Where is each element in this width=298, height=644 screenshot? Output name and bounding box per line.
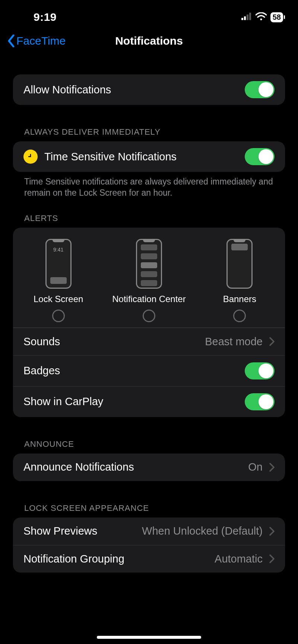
time-sensitive-label: Time Sensitive Notifications xyxy=(44,151,238,163)
alerts-preview: 9:41 Lock Screen Notification Center xyxy=(13,228,285,328)
section-header-announce: ANNOUNCE xyxy=(13,439,285,454)
status-time: 9:19 xyxy=(15,11,57,23)
time-sensitive-toggle[interactable] xyxy=(245,148,275,165)
alert-label-notification-center: Notification Center xyxy=(112,294,186,304)
svg-rect-3 xyxy=(249,13,251,20)
notification-center-mock-icon xyxy=(136,239,162,289)
svg-point-4 xyxy=(260,19,262,20)
back-label: FaceTime xyxy=(16,35,66,47)
radio-banners[interactable] xyxy=(233,310,246,322)
battery-indicator: 58 xyxy=(270,12,283,22)
clock-icon xyxy=(23,150,38,164)
badges-row[interactable]: Badges xyxy=(13,355,285,386)
show-previews-label: Show Previews xyxy=(23,525,135,537)
lockscreen-mock-icon: 9:41 xyxy=(45,239,72,289)
alert-label-lockscreen: Lock Screen xyxy=(34,294,83,304)
nav-bar: FaceTime Notifications xyxy=(0,26,298,56)
alert-tile-lockscreen[interactable]: 9:41 Lock Screen xyxy=(13,239,103,322)
carplay-row[interactable]: Show in CarPlay xyxy=(13,386,285,417)
alerts-card: 9:41 Lock Screen Notification Center xyxy=(13,228,285,417)
alert-tile-notification-center[interactable]: Notification Center xyxy=(104,239,194,322)
sounds-label: Sounds xyxy=(23,336,198,348)
chevron-right-icon xyxy=(269,337,275,346)
radio-notification-center[interactable] xyxy=(143,310,155,322)
time-sensitive-footer: Time Sensitive notifications are always … xyxy=(13,172,285,199)
carplay-label: Show in CarPlay xyxy=(23,395,238,408)
allow-notifications-label: Allow Notifications xyxy=(23,84,238,96)
time-sensitive-row[interactable]: Time Sensitive Notifications xyxy=(13,141,285,172)
notification-grouping-label: Notification Grouping xyxy=(23,553,208,565)
svg-rect-1 xyxy=(244,16,246,20)
alert-tile-banners[interactable]: Banners xyxy=(195,239,285,322)
radio-lockscreen[interactable] xyxy=(52,310,65,322)
wifi-icon xyxy=(256,12,267,22)
announce-card: Announce Notifications On xyxy=(13,454,285,481)
home-indicator[interactable] xyxy=(97,636,201,639)
allow-notifications-row[interactable]: Allow Notifications xyxy=(13,74,285,105)
section-header-lockscreen: LOCK SCREEN APPEARANCE xyxy=(13,503,285,518)
badges-label: Badges xyxy=(23,365,238,377)
notification-grouping-value: Automatic xyxy=(215,553,263,565)
sounds-value: Beast mode xyxy=(205,336,263,348)
allow-card: Allow Notifications xyxy=(13,74,285,105)
section-header-alerts: ALERTS xyxy=(13,214,285,228)
show-previews-value: When Unlocked (Default) xyxy=(142,525,263,537)
banners-mock-icon xyxy=(226,239,253,289)
announce-label: Announce Notifications xyxy=(23,461,241,473)
svg-rect-2 xyxy=(247,15,248,20)
announce-value: On xyxy=(248,461,263,473)
section-header-deliver: ALWAYS DELIVER IMMEDIATELY xyxy=(13,127,285,141)
time-sensitive-card: Time Sensitive Notifications xyxy=(13,141,285,172)
carplay-toggle[interactable] xyxy=(245,393,275,410)
sounds-row[interactable]: Sounds Beast mode xyxy=(13,328,285,355)
show-previews-row[interactable]: Show Previews When Unlocked (Default) xyxy=(13,518,285,545)
announce-row[interactable]: Announce Notifications On xyxy=(13,454,285,481)
lockscreen-mock-time: 9:41 xyxy=(47,247,70,253)
allow-notifications-toggle[interactable] xyxy=(245,81,275,98)
cellular-icon xyxy=(241,13,252,22)
svg-rect-0 xyxy=(241,18,243,20)
lockscreen-card: Show Previews When Unlocked (Default) No… xyxy=(13,518,285,573)
alert-label-banners: Banners xyxy=(223,294,256,304)
status-bar: 9:19 58 xyxy=(0,0,298,26)
chevron-right-icon xyxy=(269,463,275,472)
chevron-right-icon xyxy=(269,554,275,563)
chevron-left-icon xyxy=(7,35,15,47)
back-button[interactable]: FaceTime xyxy=(7,35,66,47)
chevron-right-icon xyxy=(269,527,275,536)
badges-toggle[interactable] xyxy=(245,362,275,379)
notification-grouping-row[interactable]: Notification Grouping Automatic xyxy=(13,545,285,573)
